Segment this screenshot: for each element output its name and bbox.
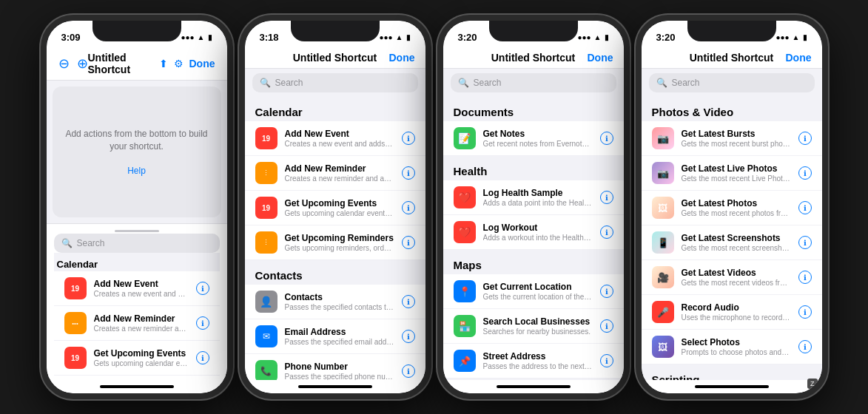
done-button-1[interactable]: Done: [189, 58, 215, 69]
scroll-indicator: [115, 230, 159, 232]
info-button[interactable]: ℹ: [402, 364, 415, 378]
info-button[interactable]: ℹ: [402, 201, 415, 214]
list-item[interactable]: ❤️ Log Health Sample Adds a data point i…: [443, 180, 624, 215]
nav-title-1: Untitled Shortcut: [88, 52, 159, 75]
info-button[interactable]: ℹ: [600, 319, 613, 333]
list-item[interactable]: ✉ Email Address Passes the specified ema…: [245, 319, 425, 354]
info-button[interactable]: ℹ: [402, 166, 415, 180]
list-item[interactable]: 📱 Get Latest Screenshots Gets the most r…: [642, 225, 822, 260]
share-icon[interactable]: ⬆: [159, 58, 168, 69]
list-item[interactable]: 📷 Get Latest Bursts Gets the most recent…: [642, 121, 822, 156]
info-button[interactable]: ℹ: [798, 305, 812, 319]
action-text: Get Latest Photos Gets the most recent p…: [682, 198, 791, 217]
info-button[interactable]: ℹ: [798, 132, 812, 145]
contacts-icon: 👤: [255, 291, 277, 313]
list-item[interactable]: 📌 Street Address Passes the address to t…: [443, 344, 624, 379]
info-button[interactable]: ℹ: [600, 132, 613, 145]
plus-icon[interactable]: ⊕: [77, 55, 88, 72]
list-item[interactable]: 📍 Get Current Location Gets the current …: [443, 274, 624, 309]
home-indicator-3: [443, 380, 624, 393]
search-bar-1[interactable]: 🔍 Search: [54, 234, 220, 253]
action-text: Contacts Passes the specified contacts t…: [285, 292, 394, 311]
street-address-icon: 📌: [454, 350, 476, 372]
list-item[interactable]: 19 Get Upcoming Events Gets upcoming cal…: [54, 341, 220, 376]
info-button[interactable]: ℹ: [600, 191, 613, 204]
screen-4: 3:20 ●●● ▲ ▮ Untitled Shortcut Done 🔍 Se…: [642, 21, 822, 393]
phone-icon: 📞: [255, 360, 277, 380]
help-link[interactable]: Help: [127, 166, 146, 176]
action-text: Get Upcoming Events Gets upcoming calend…: [94, 348, 189, 367]
action-desc: Gets upcoming calendar events, ordered f…: [94, 359, 189, 367]
info-button[interactable]: ℹ: [402, 236, 415, 249]
list-item[interactable]: 🏪 Search Local Businesses Searches for n…: [443, 309, 624, 344]
info-button[interactable]: ℹ: [402, 295, 415, 308]
search-input-2[interactable]: 🔍 Search: [252, 73, 418, 92]
minus-icon[interactable]: ⊖: [58, 55, 70, 72]
action-title: Get Latest Photos: [682, 198, 791, 208]
info-button[interactable]: ℹ: [196, 282, 209, 295]
done-button-3[interactable]: Done: [588, 52, 613, 64]
list-item[interactable]: 🎤 Record Audio Uses the microphone to re…: [642, 295, 822, 330]
list-item[interactable]: 🖼 Select Photos Prompts to choose photos…: [642, 330, 822, 364]
info-button[interactable]: ℹ: [600, 354, 613, 367]
search-icon-1: 🔍: [61, 238, 73, 248]
section-calendar-1: Calendar: [54, 253, 220, 271]
info-button[interactable]: ℹ: [600, 225, 613, 239]
action-text: Get Latest Videos Gets the most recent v…: [682, 268, 791, 287]
action-text: Log Health Sample Adds a data point into…: [483, 188, 593, 207]
info-button[interactable]: ℹ: [798, 166, 812, 180]
status-bar-3: 3:20 ●●● ▲ ▮: [443, 21, 624, 47]
list-item[interactable]: 🎥 Get Latest Videos Gets the most recent…: [642, 260, 822, 295]
action-desc: Creates a new event and adds it to the s…: [94, 290, 189, 298]
action-text: Phone Number Passes the specified phone …: [285, 362, 394, 380]
info-button[interactable]: ℹ: [196, 351, 209, 364]
list-item[interactable]: 📝 Get Notes Get recent notes from Everno…: [443, 121, 624, 156]
action-title: Select Photos: [682, 337, 791, 347]
list-item[interactable]: ⋮ Add New Reminder Creates a new reminde…: [245, 156, 425, 191]
action-text: Log Workout Adds a workout into the Heal…: [483, 223, 593, 242]
info-button[interactable]: ℹ: [798, 271, 812, 284]
list-item[interactable]: ⋮ Get Upcoming Reminders Gets upcoming r…: [245, 225, 425, 260]
watermark: Z: [807, 379, 818, 389]
action-desc: Gets upcoming calendar events, ordered f…: [285, 209, 394, 217]
reminder-icon-1: •••: [64, 312, 87, 334]
info-button[interactable]: ℹ: [196, 316, 209, 330]
content-3: Documents 📝 Get Notes Get recent notes f…: [443, 97, 624, 380]
main-area-1: Add actions from the bottom to build you…: [47, 81, 227, 380]
list-item[interactable]: 19 Get Upcoming Events Gets upcoming cal…: [245, 191, 425, 225]
action-title: Get Upcoming Events: [285, 198, 394, 208]
signal-icon: ●●●: [181, 33, 194, 41]
list-item[interactable]: 📷 Get Latest Live Photos Gets the most r…: [642, 156, 822, 191]
done-button-4[interactable]: Done: [786, 52, 812, 64]
battery-icon: ▮: [803, 33, 807, 41]
nav-bar-3: Untitled Shortcut Done: [443, 47, 624, 69]
search-input-4[interactable]: 🔍 Search: [649, 73, 815, 92]
info-button[interactable]: ℹ: [798, 236, 812, 249]
action-title: Get Latest Videos: [682, 268, 791, 278]
action-title: Add New Event: [94, 279, 189, 289]
section-photos-video: Photos & Video: [642, 97, 822, 121]
action-text: Get Upcoming Events Gets upcoming calend…: [285, 198, 394, 217]
list-item[interactable]: 🖼 Get Latest Photos Gets the most recent…: [642, 191, 822, 225]
list-item[interactable]: 📞 Phone Number Passes the specified phon…: [245, 354, 425, 380]
done-button-2[interactable]: Done: [389, 52, 415, 64]
list-item[interactable]: 👤 Contacts Passes the specified contacts…: [245, 285, 425, 319]
info-button[interactable]: ℹ: [798, 340, 812, 353]
action-text: Add New Reminder Creates a new reminder …: [94, 313, 189, 333]
info-button[interactable]: ℹ: [798, 201, 812, 214]
info-button[interactable]: ℹ: [600, 285, 613, 298]
workout-icon: ❤️: [454, 221, 476, 243]
nav-left-icons[interactable]: ⊖ ⊕: [58, 55, 88, 72]
list-item[interactable]: 19 Add New Event Creates a new event and…: [245, 121, 425, 156]
search-input-3[interactable]: 🔍 Search: [451, 73, 616, 92]
info-button[interactable]: ℹ: [402, 132, 415, 145]
list-item[interactable]: ❤️ Log Workout Adds a workout into the H…: [443, 215, 624, 250]
list-item[interactable]: 19 Add New Event Creates a new event and…: [54, 271, 220, 306]
action-text: Get Current Location Gets the current lo…: [483, 282, 593, 301]
action-desc: Passes the address to the next a...: [483, 362, 593, 370]
list-item[interactable]: ••• Add New Reminder Creates a new remin…: [54, 306, 220, 341]
action-text: Add New Reminder Creates a new reminder …: [285, 163, 394, 183]
settings-icon[interactable]: ⚙: [174, 58, 184, 69]
info-button[interactable]: ℹ: [402, 330, 415, 343]
calendar-get-icon: 19: [255, 197, 277, 219]
